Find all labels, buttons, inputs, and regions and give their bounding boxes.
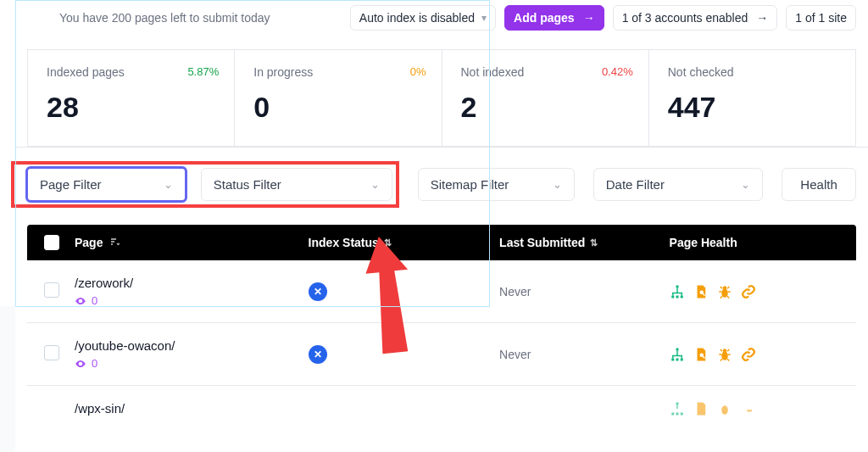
svg-rect-16 [676, 413, 678, 416]
col-last-submitted[interactable]: Last Submitted ⇅ [499, 236, 669, 249]
stat-pct: 0.42% [602, 65, 633, 78]
svg-rect-0 [676, 285, 678, 287]
svg-rect-10 [680, 358, 682, 360]
col-label: Page [75, 236, 103, 249]
filter-label: Health [800, 177, 837, 192]
svg-point-13 [722, 349, 726, 353]
svg-rect-8 [671, 358, 674, 360]
svg-rect-2 [676, 295, 678, 298]
eye-icon [75, 358, 86, 370]
svg-rect-1 [671, 295, 674, 298]
sites-label: 1 of 1 site [795, 11, 847, 25]
svg-rect-7 [676, 348, 678, 350]
quota-text: You have 200 pages left to submit today [59, 11, 270, 25]
svg-rect-15 [671, 413, 674, 416]
stat-notindexed[interactable]: Not indexed 0.42% 2 [442, 49, 649, 147]
row-checkbox[interactable] [44, 282, 75, 301]
stat-value: 0 [253, 91, 417, 124]
stat-value: 2 [461, 91, 625, 124]
svg-point-5 [721, 288, 728, 298]
stat-label: In progress [253, 65, 417, 79]
bug-icon[interactable] [717, 347, 732, 362]
col-index-status[interactable]: Index Status ⇅ [309, 236, 500, 249]
health-filter-select[interactable]: Health [782, 168, 856, 201]
status-filter-select[interactable]: Status Filter ⌄ [201, 168, 392, 201]
stat-notchecked[interactable]: Not checked 447 [649, 49, 856, 147]
page-link[interactable]: /zerowork/ [75, 276, 133, 290]
svg-point-6 [722, 286, 726, 290]
filter-label: Sitemap Filter [431, 177, 509, 192]
svg-rect-14 [676, 403, 678, 405]
sitemap-icon[interactable] [670, 401, 685, 416]
accounts-label: 1 of 3 accounts enabled [622, 11, 748, 25]
row-checkbox[interactable] [44, 345, 75, 364]
filters-row: Page Filter ⌄ Status Filter ⌄ Sitemap Fi… [15, 147, 868, 225]
table-row: /wpx-sin/ [27, 386, 856, 421]
select-all-checkbox[interactable] [44, 235, 75, 250]
filter-label: Page Filter [40, 177, 102, 192]
add-pages-button[interactable]: Add pages → [504, 5, 604, 31]
stat-value: 28 [47, 91, 210, 124]
table-row: /zerowork/ 0 ✕ Never [27, 260, 856, 323]
auto-index-dropdown[interactable]: Auto index is disabled ▾ [350, 5, 496, 31]
chevron-down-icon: ⌄ [553, 178, 562, 191]
last-submitted: Never [499, 348, 669, 361]
filter-label: Status Filter [214, 177, 281, 192]
page-link[interactable]: /wpx-sin/ [75, 401, 125, 416]
chevron-down-icon: ⌄ [164, 178, 173, 191]
views-count: 0 [92, 294, 97, 307]
svg-rect-3 [680, 295, 682, 298]
stat-label: Not indexed [461, 65, 625, 79]
eye-icon [75, 295, 86, 307]
stat-label: Indexed pages [47, 65, 210, 79]
svg-point-18 [721, 405, 728, 415]
not-indexed-icon: ✕ [309, 345, 327, 364]
sort-icon: ⇅ [384, 237, 392, 248]
col-page-health: Page Health [670, 236, 839, 249]
svg-point-12 [721, 351, 728, 360]
chevron-down-icon: ⌄ [741, 178, 750, 191]
stat-label: Not checked [668, 65, 832, 79]
page-link[interactable]: /youtube-owacon/ [75, 338, 175, 353]
page-views: 0 [75, 294, 309, 307]
sort-icon [109, 237, 120, 248]
link-icon[interactable] [741, 401, 756, 416]
sitemap-filter-select[interactable]: Sitemap Filter ⌄ [418, 168, 575, 201]
bug-icon[interactable] [717, 401, 732, 416]
views-count: 0 [92, 357, 97, 370]
chevron-down-icon: ⌄ [370, 178, 380, 191]
bug-icon[interactable] [717, 284, 732, 299]
table-row: /youtube-owacon/ 0 ✕ Never [27, 323, 856, 386]
document-icon[interactable] [693, 347, 709, 362]
sort-icon: ⇅ [590, 237, 598, 248]
auto-index-label: Auto index is disabled [359, 11, 475, 25]
date-filter-select[interactable]: Date Filter ⌄ [593, 168, 763, 201]
sitemap-icon[interactable] [670, 347, 685, 362]
stat-pct: 0% [410, 65, 426, 78]
pages-table: Page Index Status ⇅ Last Submitted ⇅ Pag… [27, 225, 856, 421]
document-icon[interactable] [693, 284, 709, 299]
sites-button[interactable]: 1 of 1 site [786, 5, 856, 31]
not-indexed-icon: ✕ [309, 282, 327, 301]
col-label: Last Submitted [499, 236, 585, 249]
arrow-right-icon: → [756, 11, 768, 25]
accounts-button[interactable]: 1 of 3 accounts enabled → [613, 5, 778, 31]
document-icon[interactable] [693, 401, 709, 416]
arrow-right-icon: → [583, 11, 595, 25]
last-submitted: Never [499, 285, 669, 299]
stat-value: 447 [668, 91, 832, 124]
stat-pct: 5.87% [187, 65, 219, 78]
sitemap-icon[interactable] [670, 284, 685, 299]
svg-rect-17 [680, 413, 682, 416]
link-icon[interactable] [741, 347, 756, 362]
chevron-down-icon: ▾ [481, 12, 487, 24]
stat-inprogress[interactable]: In progress 0% 0 [235, 49, 442, 147]
page-filter-select[interactable]: Page Filter ⌄ [27, 168, 186, 201]
link-icon[interactable] [741, 284, 756, 299]
status-filter-highlight: Status Filter ⌄ [201, 161, 399, 208]
page-views: 0 [75, 357, 309, 370]
stats-cards: Indexed pages 5.87% 28 In progress 0% 0 … [27, 49, 856, 147]
stat-indexed[interactable]: Indexed pages 5.87% 28 [27, 49, 235, 147]
svg-rect-9 [676, 358, 678, 360]
col-page[interactable]: Page [75, 236, 309, 249]
